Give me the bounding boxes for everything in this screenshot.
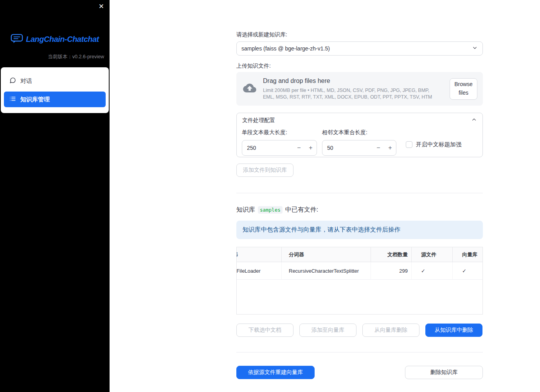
add-to-vector-store-button[interactable]: 添加至向量库 [299, 324, 356, 337]
dropzone-title: Drag and drop files here [263, 77, 440, 85]
chunk-size-input[interactable] [242, 145, 293, 151]
column-header-source-file[interactable]: 源文件 [412, 247, 453, 262]
list-icon [9, 95, 16, 103]
overlap-size-input[interactable] [322, 145, 373, 151]
close-icon[interactable]: ✕ [99, 3, 104, 10]
cell-splitter[interactable]: RecursiveCharacterTextSplitter [282, 262, 371, 279]
dropzone-text: Drag and drop files here Limit 200MB per… [263, 77, 443, 101]
delete-from-vector-store-button[interactable]: 从向量库删除 [362, 324, 419, 337]
app-logo: LangChain-Chatchat [0, 34, 110, 45]
table-header-row: 文档加载器 分词器 文档数量 源文件 向量库 [236, 247, 483, 262]
column-header-splitter[interactable]: 分词器 [282, 247, 371, 262]
divider [236, 193, 483, 193]
column-header-loader[interactable]: 文档加载器 [236, 247, 282, 262]
logo-chat-icon [11, 34, 23, 45]
chevron-down-icon [472, 45, 478, 52]
zh-title-enhance-checkbox[interactable]: 开启中文标题加强 [406, 141, 461, 148]
kb-select[interactable]: samples (faiss @ bge-large-zh-v1.5) [236, 41, 483, 56]
chevron-up-icon[interactable] [471, 117, 477, 124]
info-banner: 知识库中包含源文件与向量库，请从下表中选择文件后操作 [236, 221, 483, 239]
kb-files-prefix: 知识库 [236, 206, 255, 214]
bottom-actions: 依据源文件重建向量库 删除知识库 [236, 366, 483, 379]
expander-header[interactable]: 文件处理配置 [237, 113, 482, 128]
rebuild-vector-store-button[interactable]: 依据源文件重建向量库 [236, 366, 315, 379]
column-header-doc-count[interactable]: 文档数量 [371, 247, 412, 262]
info-text: 知识库中包含源文件与向量库，请从下表中选择文件后操作 [243, 226, 400, 234]
kb-select-value: samples (faiss @ bge-large-zh-v1.5) [241, 45, 330, 52]
divider [236, 352, 483, 352]
checkbox-icon[interactable] [406, 141, 412, 148]
cell-source-check[interactable]: ✓ [412, 262, 453, 279]
sidebar: ✕ LangChain-Chatchat 当前版本：v0.2.6-preview [0, 0, 110, 392]
column-header-vector-store[interactable]: 向量库 [453, 247, 483, 262]
delete-from-kb-button[interactable]: 从知识库中删除 [425, 324, 482, 337]
download-selected-button[interactable]: 下载选中文档 [236, 324, 293, 337]
file-config-expander: 文件处理配置 单段文本最大长度: − + 相邻文本重合长度: [236, 113, 483, 157]
kb-files-suffix: 中已有文件: [285, 206, 318, 214]
sidebar-item-label: 对话 [20, 77, 32, 85]
browse-files-button[interactable]: Browse files [450, 78, 477, 100]
main-content: 请选择或新建知识库: samples (faiss @ bge-large-zh… [236, 0, 483, 379]
sidebar-item-label: 知识库管理 [20, 96, 50, 103]
dropzone-limit: Limit 200MB per file • HTML, MD, JSON, C… [263, 87, 440, 101]
sidebar-menu: 对话 知识库管理 [1, 67, 109, 113]
expander-body: 单段文本最大长度: − + 相邻文本重合长度: − + [237, 128, 482, 156]
sidebar-item-dialogue[interactable]: 对话 [4, 73, 106, 89]
chat-bubble-icon [9, 77, 16, 85]
chunk-size-label: 单段文本最大长度: [242, 129, 317, 136]
cloud-upload-icon [243, 83, 257, 95]
cell-doc-count[interactable]: 299 [371, 262, 412, 279]
cell-loader[interactable]: UnstructuredFileLoader [236, 262, 282, 279]
plus-button[interactable]: + [305, 144, 317, 151]
kb-name-code: samples [258, 206, 283, 214]
cell-vector-check[interactable]: ✓ [453, 262, 483, 279]
sidebar-item-knowledge-base[interactable]: 知识库管理 [4, 92, 106, 107]
kb-files-heading: 知识库 samples 中已有文件: [236, 206, 483, 214]
table-row[interactable]: UnstructuredFileLoader RecursiveCharacte… [236, 262, 483, 280]
overlap-size-group: 相邻文本重合长度: − + [322, 129, 396, 156]
minus-button[interactable]: − [373, 144, 384, 151]
plus-button[interactable]: + [384, 144, 396, 151]
upload-label: 上传知识文件: [236, 63, 483, 70]
chunk-size-group: 单段文本最大长度: − + [242, 129, 317, 156]
minus-button[interactable]: − [293, 144, 305, 151]
add-files-button[interactable]: 添加文件到知识库 [236, 164, 293, 177]
kb-select-label: 请选择或新建知识库: [236, 31, 483, 38]
version-label: 当前版本：v0.2.6-preview [0, 54, 110, 60]
table-actions: 下载选中文档 添加至向量库 从向量库删除 从知识库中删除 [236, 324, 483, 337]
kb-files-table[interactable]: 文档加载器 分词器 文档数量 源文件 向量库 UnstructuredFileL… [236, 247, 483, 315]
expander-title: 文件处理配置 [242, 117, 275, 124]
app-window: ✕ LangChain-Chatchat 当前版本：v0.2.6-preview [0, 0, 540, 392]
checkbox-label: 开启中文标题加强 [416, 141, 461, 148]
overlap-size-label: 相邻文本重合长度: [322, 129, 396, 136]
overlap-size-stepper: − + [322, 140, 396, 156]
file-dropzone[interactable]: Drag and drop files here Limit 200MB per… [236, 72, 483, 106]
table-inner: 文档加载器 分词器 文档数量 源文件 向量库 UnstructuredFileL… [236, 247, 483, 280]
chunk-size-stepper: − + [242, 140, 317, 156]
logo-text: LangChain-Chatchat [26, 35, 99, 44]
delete-kb-button[interactable]: 删除知识库 [405, 366, 483, 379]
